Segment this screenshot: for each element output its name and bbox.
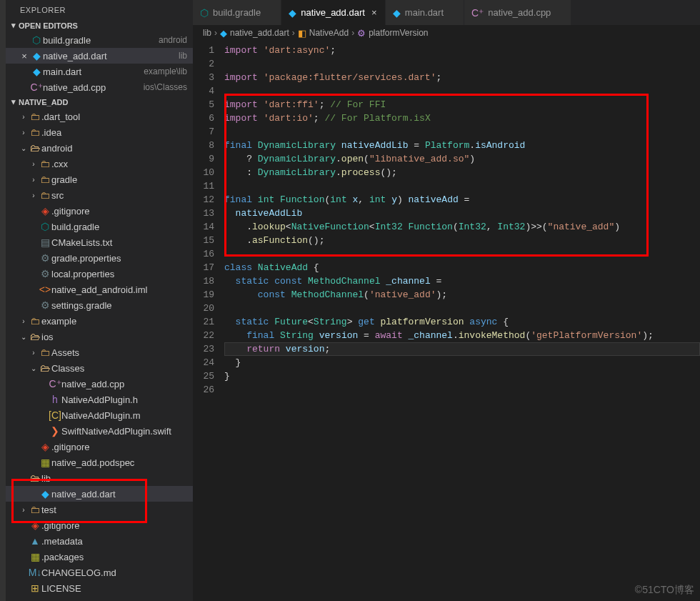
- file-item[interactable]: hNativeAddPlugin.h: [6, 392, 193, 407]
- file-item[interactable]: [C]NativeAddPlugin.m: [6, 407, 193, 423]
- code-line[interactable]: import 'dart:io'; // For Platform.isX: [224, 111, 700, 125]
- code-line[interactable]: : DynamicLibrary.process();: [224, 166, 700, 179]
- code-line[interactable]: .asFunction();: [224, 234, 700, 247]
- breadcrumb-seg[interactable]: NativeAdd: [309, 28, 349, 38]
- code-line[interactable]: final DynamicLibrary nativeAddLib = Plat…: [224, 139, 700, 152]
- file-item[interactable]: ❯SwiftNativeAddPlugin.swift: [6, 423, 193, 439]
- tree-item-label: Classes: [51, 363, 187, 374]
- breadcrumb-seg[interactable]: native_add.dart: [230, 28, 289, 38]
- code-line[interactable]: [224, 84, 700, 98]
- folder-item[interactable]: ›🗀.idea: [6, 124, 193, 140]
- watermark: ©51CTO博客: [635, 584, 694, 597]
- git-icon: ◈: [39, 441, 51, 452]
- code-line[interactable]: [224, 57, 700, 71]
- editor-path-label: example\lib: [144, 66, 187, 76]
- code-line[interactable]: const MethodChannel('native_add');: [224, 288, 700, 302]
- open-editor-item[interactable]: C⁺native_add.cppios\Classes: [6, 79, 193, 95]
- code-line[interactable]: static const MethodChannel _channel =: [224, 274, 700, 288]
- tree-item-label: ios: [41, 332, 187, 342]
- code-line[interactable]: nativeAddLib: [224, 207, 700, 220]
- code-line[interactable]: ? DynamicLibrary.open("libnative_add.so"…: [224, 152, 700, 166]
- folder-item[interactable]: ›🗀.cxx: [6, 156, 193, 172]
- code-line[interactable]: }: [224, 356, 700, 369]
- git-icon: ◈: [29, 520, 41, 531]
- file-item[interactable]: ▦native_add.podspec: [6, 455, 193, 470]
- file-item[interactable]: ⊞LICENSE: [6, 580, 193, 596]
- folder-icon: 🗀: [29, 126, 41, 138]
- file-item[interactable]: ◈.gitignore: [6, 203, 193, 219]
- settings-icon: ⚙: [39, 268, 51, 279]
- project-header[interactable]: ▾ NATIVE_ADD: [6, 95, 193, 109]
- file-item[interactable]: ⚙settings.gradle: [6, 297, 193, 313]
- tree-item-label: .gitignore: [41, 520, 187, 531]
- close-icon[interactable]: ×: [19, 51, 30, 61]
- code-line[interactable]: final int Function(int x, int y) nativeA…: [224, 193, 700, 207]
- folder-icon: 🗀: [29, 504, 41, 515]
- tree-item-label: gradle: [51, 174, 187, 185]
- file-item[interactable]: ⬡build.gradle: [6, 219, 193, 234]
- code-line[interactable]: [224, 125, 700, 139]
- code-line[interactable]: .lookup<NativeFunction<Int32 Function(In…: [224, 220, 700, 234]
- tab[interactable]: ◆native_add.dart×: [281, 0, 386, 25]
- open-editor-item[interactable]: ⬡build.gradleandroid: [6, 32, 193, 48]
- package-icon: ▦: [39, 457, 51, 468]
- folder-item[interactable]: ›🗀gradle: [6, 172, 193, 187]
- tab[interactable]: C⁺native_add.cpp: [464, 0, 571, 25]
- file-item[interactable]: ▦.packages: [6, 549, 193, 565]
- file-item[interactable]: M↓CHANGELOG.md: [6, 565, 193, 580]
- file-item[interactable]: ◈.gitignore: [6, 517, 193, 533]
- open-editor-item[interactable]: ×◆native_add.dartlib: [6, 48, 193, 64]
- chevron-down-icon: ▾: [9, 21, 19, 30]
- editor-area: ⬡build.gradle◆native_add.dart×◆main.dart…: [193, 0, 700, 601]
- code-line[interactable]: }: [224, 369, 700, 383]
- tab[interactable]: ⬡build.gradle: [193, 0, 281, 25]
- flutter-icon: ▲: [29, 535, 41, 547]
- chevron-right-icon: ›: [29, 192, 39, 199]
- code-line[interactable]: class NativeAdd {: [224, 261, 700, 274]
- open-editors-header[interactable]: ▾ OPEN EDITORS: [6, 19, 193, 32]
- code-line[interactable]: [224, 247, 700, 261]
- code-line[interactable]: static Future<String> get platformVersio…: [224, 315, 700, 329]
- code-line[interactable]: final String version = await _channel.in…: [224, 329, 700, 342]
- folder-item[interactable]: ⌄🗁ios: [6, 329, 193, 344]
- tree-item-label: native_add.podspec: [51, 457, 187, 468]
- editor-file-label: native_add.cpp: [43, 82, 141, 93]
- folder-item[interactable]: ⌄🗁lib: [6, 470, 193, 486]
- breadcrumb[interactable]: lib › ◆ native_add.dart › ◧ NativeAdd › …: [193, 25, 700, 41]
- folder-item[interactable]: ⌄🗁Classes: [6, 360, 193, 376]
- folder-item[interactable]: ›🗀.dart_tool: [6, 109, 193, 124]
- file-item[interactable]: ⚙gradle.properties: [6, 250, 193, 266]
- tab[interactable]: ◆main.dart: [386, 0, 464, 25]
- breadcrumb-seg[interactable]: platformVersion: [369, 28, 428, 38]
- folder-item[interactable]: ›🗀Assets: [6, 344, 193, 360]
- dart-icon: ◆: [30, 66, 43, 77]
- breadcrumb-seg[interactable]: lib: [203, 28, 211, 38]
- folder-item[interactable]: ›🗀src: [6, 187, 193, 203]
- code-line[interactable]: return version;: [224, 342, 700, 356]
- file-item[interactable]: ◈.gitignore: [6, 439, 193, 455]
- code-line[interactable]: import 'dart:async';: [224, 44, 700, 57]
- file-item[interactable]: ▲.metadata: [6, 533, 193, 549]
- folder-item[interactable]: ›🗀test: [6, 502, 193, 517]
- code-editor[interactable]: 1234567891011121314151617181920212223242…: [193, 41, 700, 601]
- chevron-right-icon: ›: [19, 506, 29, 514]
- code-line[interactable]: import 'package:flutter/services.dart';: [224, 71, 700, 84]
- open-editor-item[interactable]: ◆main.dartexample\lib: [6, 64, 193, 79]
- tree-item-label: native_add.dart: [51, 489, 187, 500]
- code-line[interactable]: [224, 383, 700, 397]
- code-line[interactable]: [224, 302, 700, 315]
- tree-item-label: gradle.properties: [51, 253, 187, 264]
- code-content[interactable]: import 'dart:async';import 'package:flut…: [224, 44, 700, 601]
- file-item[interactable]: ◆native_add.dart: [6, 486, 193, 502]
- close-icon[interactable]: ×: [369, 7, 379, 18]
- file-item[interactable]: ▤CMakeLists.txt: [6, 234, 193, 250]
- gradle-icon: ⬡: [39, 221, 51, 232]
- file-item[interactable]: ⚙local.properties: [6, 266, 193, 282]
- code-line[interactable]: [224, 179, 700, 193]
- folder-open-icon: 🗁: [29, 331, 41, 342]
- folder-item[interactable]: ›🗀example: [6, 313, 193, 329]
- file-item[interactable]: C⁺native_add.cpp: [6, 376, 193, 392]
- code-line[interactable]: import 'dart:ffi'; // For FFI: [224, 98, 700, 111]
- file-item[interactable]: <>native_add_android.iml: [6, 282, 193, 297]
- folder-item[interactable]: ⌄🗁android: [6, 140, 193, 156]
